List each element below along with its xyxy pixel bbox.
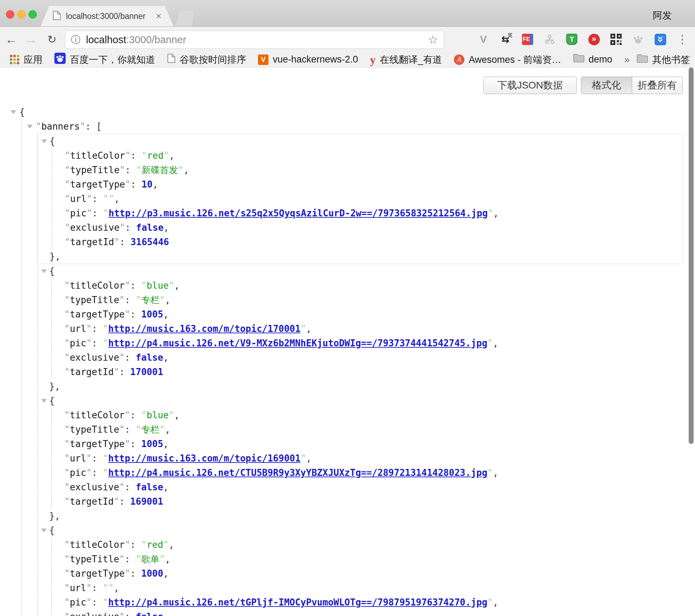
json-token: : xyxy=(125,554,135,564)
json-link[interactable]: http://p3.music.126.net/s25q2x5QyqsAzilC… xyxy=(108,208,488,218)
json-token: " xyxy=(125,309,130,320)
json-token: " xyxy=(64,439,70,449)
json-token: , xyxy=(493,597,498,608)
url-host: localhost xyxy=(86,34,126,46)
profile-name[interactable]: 阿发 xyxy=(653,9,672,22)
json-token: , xyxy=(163,309,169,320)
collapse-toggle-icon[interactable] xyxy=(11,110,16,114)
json-token: " xyxy=(136,295,141,305)
bookmark-star-icon[interactable]: ☆ xyxy=(428,33,438,46)
collapse-toggle-icon[interactable] xyxy=(41,399,47,403)
json-link[interactable]: http://music.163.com/m/topic/170001 xyxy=(108,323,300,334)
json-token: " xyxy=(65,165,70,175)
forward-button[interactable]: → xyxy=(23,27,39,52)
json-token: : xyxy=(92,583,102,593)
org-chart-icon[interactable] xyxy=(543,33,556,46)
json-array-object: {"titleColor": "blue","typeTitle": "专栏",… xyxy=(37,264,683,394)
json-token: : xyxy=(130,439,141,449)
json-token: , xyxy=(114,194,120,204)
json-token: { xyxy=(19,107,25,117)
json-link[interactable]: http://p4.music.126.net/V9-MXz6b2MNhEKju… xyxy=(108,338,487,348)
fe-icon[interactable]: FE xyxy=(521,33,534,46)
translate-icon[interactable]: ⇆ 英 xyxy=(499,33,512,46)
bookmark-item-demo[interactable]: demo xyxy=(573,54,613,65)
bookmarks-overflow-icon[interactable]: » xyxy=(624,54,630,65)
collapse-toggle-icon[interactable] xyxy=(41,529,47,532)
page-content: 下载JSON数据 格式化 折叠所有 {"banners": [{"titleCo… xyxy=(0,67,695,616)
json-token: , xyxy=(114,583,119,593)
address-bar[interactable]: ⓘ localhost :3000/banner ☆ xyxy=(65,31,444,49)
json-key: typeTitle xyxy=(70,554,119,564)
json-key: targetId xyxy=(70,496,114,507)
vue-devtools-icon[interactable]: V xyxy=(477,33,490,46)
json-token: { xyxy=(49,525,55,536)
other-bookmarks-folder[interactable]: 其他书签 xyxy=(637,53,690,66)
json-token: , xyxy=(163,611,169,616)
bookmark-item-google-sort[interactable]: 谷歌按时间排序 xyxy=(167,53,246,66)
json-line: "titleColor": "blue", xyxy=(37,278,683,293)
reload-button[interactable]: ↻ xyxy=(44,27,60,52)
json-link[interactable]: http://p4.music.126.net/CTU5B9R9y3XyYBZX… xyxy=(108,467,487,478)
json-string: 歌单 xyxy=(141,554,159,564)
new-tab-button[interactable] xyxy=(175,11,194,26)
back-button[interactable]: ← xyxy=(4,27,19,52)
json-token: " xyxy=(64,338,70,348)
bookmarks-right-group: » 其他书签 xyxy=(624,52,690,67)
json-key: pic xyxy=(70,467,86,478)
json-token: , xyxy=(165,295,171,305)
collapse-toggle-icon[interactable] xyxy=(41,269,47,273)
json-link[interactable]: http://music.163.com/m/topic/169001 xyxy=(108,453,300,464)
json-token: " xyxy=(300,323,306,334)
json-link[interactable]: http://p4.music.126.net/tGPljf-IMOCyPvum… xyxy=(108,597,487,608)
double-chevron-icon[interactable] xyxy=(654,33,667,46)
json-token: " xyxy=(86,338,92,348)
tab-close-icon[interactable]: × xyxy=(156,11,161,21)
json-token: " xyxy=(108,194,114,204)
close-window-button[interactable] xyxy=(6,10,14,19)
json-line: "exclusive": false, xyxy=(37,221,683,235)
json-token: , xyxy=(152,179,158,190)
json-key: url xyxy=(70,453,86,464)
json-token: }, xyxy=(49,381,60,392)
json-token: " xyxy=(64,424,70,435)
json-key: targetType xyxy=(70,179,125,190)
json-token: " xyxy=(103,467,108,478)
json-token: " xyxy=(65,150,70,161)
json-number: 170001 xyxy=(130,367,163,377)
json-line: "targetType": 1000, xyxy=(37,566,683,581)
json-token: , xyxy=(306,323,312,334)
json-line: "exclusive": false, xyxy=(37,350,683,365)
json-token: " xyxy=(114,237,120,247)
bookmark-item-vue-hackernews[interactable]: V vue-hackernews-2.0 xyxy=(258,54,358,65)
json-token: { xyxy=(49,395,55,406)
bookmark-item-youdao[interactable]: y 在线翻译_有道 xyxy=(370,53,442,66)
json-token: : xyxy=(92,194,103,204)
json-token: , xyxy=(165,554,171,564)
json-key: titleColor xyxy=(70,280,125,291)
zoom-window-button[interactable] xyxy=(28,10,37,19)
fast-forward-icon[interactable]: » xyxy=(588,33,600,46)
bookmark-item-baidu[interactable]: 百度一下，你就知道 xyxy=(54,53,155,66)
paw-icon[interactable] xyxy=(632,33,644,46)
bookmark-item-awesomes[interactable]: A Awesomes - 前端资… xyxy=(454,53,561,66)
json-token: : xyxy=(119,496,130,507)
browser-tab[interactable]: localhost:3000/banner × xyxy=(41,6,173,26)
qr-code-icon[interactable] xyxy=(610,33,622,46)
collapse-toggle-icon[interactable] xyxy=(27,125,33,129)
json-token: : xyxy=(125,295,135,305)
extensions-row: V ⇆ 英 FE T » ⋮ xyxy=(477,27,689,52)
json-number: false xyxy=(136,482,163,492)
json-token: , xyxy=(165,424,171,435)
collapse-toggle-icon[interactable] xyxy=(41,139,47,143)
json-array-object: {"titleColor": "red","typeTitle": "歌单","… xyxy=(37,523,683,616)
tampermonkey-icon[interactable]: T xyxy=(565,33,578,46)
json-token: [ xyxy=(96,121,102,132)
json-line: "pic": "http://p4.music.126.net/V9-MXz6b… xyxy=(37,336,683,350)
indent-guide xyxy=(52,149,52,249)
menu-dots-icon[interactable]: ⋮ xyxy=(676,33,689,46)
json-token: : xyxy=(120,237,131,247)
minimize-window-button[interactable] xyxy=(17,10,26,19)
page-info-icon[interactable]: ⓘ xyxy=(71,33,80,46)
json-key: pic xyxy=(70,597,86,608)
bookmark-item-apps[interactable]: 应用 xyxy=(10,53,42,66)
